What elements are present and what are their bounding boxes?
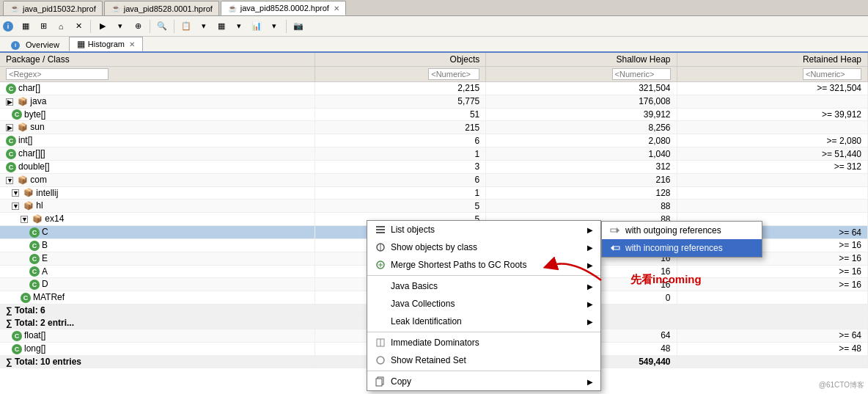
filter-package-input[interactable] — [6, 68, 108, 80]
toolbar-home-btn[interactable]: ⌂ — [53, 18, 69, 34]
filter-retained[interactable] — [677, 67, 867, 82]
toolbar-grid-btn[interactable]: ⊞ — [35, 18, 51, 34]
row-retained: >= 48 — [677, 342, 867, 355]
table-row[interactable]: ▼ 📦intellij 1 128 — [0, 186, 868, 200]
class-icon: C — [6, 162, 16, 172]
histogram-tab-close[interactable]: ✕ — [129, 40, 135, 48]
tab-java-pid8528-0001[interactable]: ☕ java_pid8528.0001.hprof — [104, 1, 219, 15]
expand-icon[interactable]: ▼ — [12, 203, 19, 210]
filter-objects[interactable] — [315, 67, 485, 82]
row-name: CB — [0, 238, 315, 252]
context-menu-item-leak-id[interactable]: Leak Identification ▶ — [367, 313, 600, 330]
tab-label-8528-0002: java_pid8528.0002.hprof — [240, 4, 329, 12]
class-icon: C — [29, 241, 40, 251]
class-icon: C — [21, 293, 31, 303]
context-menu-item-immediate-dom[interactable]: Immediate Dominators — [367, 334, 600, 351]
filter-retained-input[interactable] — [803, 68, 861, 80]
toolbar-dropdown2-btn[interactable]: ▾ — [196, 18, 212, 34]
show-by-class-label: Show objects by class — [391, 242, 477, 252]
class-icon: C — [12, 109, 22, 120]
row-objects: 6 — [315, 134, 485, 147]
row-retained: >= 39,912 — [677, 108, 867, 121]
filter-objects-input[interactable] — [428, 68, 479, 80]
toolbar-play-btn[interactable]: ▶ — [95, 18, 111, 34]
toolbar-add-btn[interactable]: ⊕ — [130, 18, 146, 34]
submenu-item-outgoing[interactable]: with outgoing references — [602, 222, 762, 239]
expand-icon[interactable]: ▼ — [12, 189, 19, 197]
filter-shallow[interactable] — [486, 67, 677, 82]
histogram-tab-icon: ▦ — [77, 39, 85, 49]
svg-rect-13 — [611, 229, 617, 232]
toolbar-grid2-btn[interactable]: ▦ — [213, 18, 229, 34]
table-row[interactable]: Cchar[] 2,215 321,504 >= 321,504 — [0, 82, 868, 95]
outgoing-icon — [609, 225, 621, 236]
context-menu-item-show-retained[interactable]: Show Retained Set — [367, 351, 600, 369]
merge-paths-icon — [375, 259, 386, 271]
submenu-item-incoming[interactable]: with incoming references — [602, 239, 762, 257]
toolbar-dropdown3-btn[interactable]: ▾ — [231, 18, 247, 34]
context-menu-item-list-objects[interactable]: List objects ▶ — [367, 221, 600, 238]
tab-histogram[interactable]: ▦ Histogram ✕ — [69, 37, 143, 51]
expand-icon[interactable]: ▶ — [6, 124, 13, 131]
toolbar-histogram-btn[interactable]: ▦ — [18, 18, 34, 34]
table-row[interactable]: Cbyte[] 51 39,912 >= 39,912 — [0, 108, 868, 121]
context-menu-sep-1 — [367, 275, 600, 276]
list-objects-label: List objects — [391, 225, 435, 235]
tab-overview-label: Overview — [26, 40, 59, 49]
row-objects: 1 — [315, 186, 485, 200]
table-filter-row[interactable] — [0, 67, 868, 82]
expand-icon[interactable]: ▼ — [21, 216, 28, 223]
table-row[interactable]: Cint[] 6 2,080 >= 2,080 — [0, 134, 868, 147]
class-icon: C — [6, 149, 16, 159]
row-name: ▼ 📦ex14 — [0, 213, 315, 226]
expand-icon[interactable]: ▼ — [6, 177, 13, 184]
tab-java-pid8528-0002[interactable]: ☕ java_pid8528.0002.hprof ✕ — [221, 1, 346, 15]
toolbar-dropdown1-btn[interactable]: ▾ — [112, 18, 128, 34]
row-retained: >= 312 — [677, 160, 867, 173]
row-shallow: 39,912 — [486, 108, 677, 121]
outgoing-label: with outgoing references — [625, 225, 721, 236]
svg-rect-2 — [376, 232, 385, 233]
java-basics-arrow: ▶ — [587, 282, 593, 291]
table-row[interactable]: ▶ 📦java 5,775 176,008 — [0, 95, 868, 108]
toolbar-dropdown4-btn[interactable]: ▾ — [266, 18, 282, 34]
row-retained — [677, 200, 867, 213]
toolbar-close-btn[interactable]: ✕ — [70, 18, 87, 34]
context-menu-item-java-basics[interactable]: Java Basics ▶ — [367, 277, 600, 295]
expand-icon[interactable]: ▶ — [6, 98, 13, 106]
filter-shallow-input[interactable] — [612, 68, 671, 80]
context-menu-item-copy[interactable]: Copy ▶ — [367, 373, 600, 390]
class-icon: C — [29, 227, 40, 238]
tab-overview[interactable]: i Overview — [3, 37, 67, 51]
info-icon: i — [3, 21, 13, 32]
tab-icon-8528-0002: ☕ — [227, 3, 238, 13]
table-row[interactable]: ▶ 📦sun 215 8,256 — [0, 121, 868, 134]
table-row[interactable]: Cdouble[] 3 312 >= 312 — [0, 160, 868, 173]
table-row[interactable]: ▼ 📦hl 5 88 — [0, 200, 868, 213]
toolbar-camera-btn[interactable]: 📷 — [290, 18, 306, 34]
tab-java-pid15032[interactable]: ☕ java_pid15032.hprof — [3, 1, 103, 15]
list-objects-arrow: ▶ — [587, 226, 593, 234]
row-shallow: 176,008 — [486, 95, 677, 108]
toolbar-clipboard-btn[interactable]: 📋 — [178, 18, 194, 34]
toolbar-search-btn[interactable]: 🔍 — [154, 18, 170, 34]
table-row[interactable]: Cchar[][] 1 1,040 >= 51,440 — [0, 147, 868, 161]
view-tab-bar: i Overview ▦ Histogram ✕ — [0, 37, 868, 53]
svg-marker-16 — [611, 245, 614, 251]
context-menu-item-merge-paths[interactable]: Merge Shortest Paths to GC Roots ▶ — [367, 256, 600, 274]
class-icon: C — [29, 266, 40, 277]
context-menu-item-show-by-class[interactable]: Show objects by class ▶ — [367, 238, 600, 256]
row-shallow: 8,256 — [486, 121, 677, 134]
filter-package[interactable] — [0, 67, 315, 82]
merge-paths-arrow: ▶ — [587, 261, 593, 269]
java-basics-label: Java Basics — [391, 281, 438, 291]
tab-close-button[interactable]: ✕ — [334, 4, 339, 12]
class-icon: C — [29, 254, 40, 264]
toolbar-chart-btn[interactable]: 📊 — [249, 18, 265, 34]
table-row[interactable]: ▼ 📦com 6 216 — [0, 173, 868, 186]
package-icon: 📦 — [18, 97, 28, 107]
show-retained-icon — [375, 354, 386, 366]
java-collections-label: Java Collections — [391, 299, 455, 309]
context-menu-item-java-collections[interactable]: Java Collections ▶ — [367, 295, 600, 313]
row-name: Cdouble[] — [0, 160, 315, 173]
